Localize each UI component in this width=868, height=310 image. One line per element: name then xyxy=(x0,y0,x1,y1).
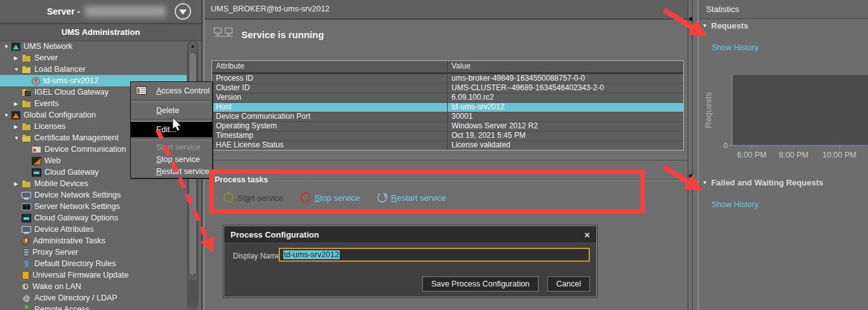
tree-item-wake-on-lan[interactable]: Wake on LAN xyxy=(0,281,187,292)
table-row-hae-license-status[interactable]: HAE License StatusLicense validated xyxy=(212,140,683,150)
tree-item-label: Administrative Tasks xyxy=(33,236,105,245)
tree-item-label: Licenses xyxy=(34,122,65,131)
section-collapse-icon[interactable]: ▼ xyxy=(698,180,711,185)
table-row-cluster-id[interactable]: Cluster IDUMS-CLUSTER--49689-16345464023… xyxy=(212,83,683,93)
tree-item-server[interactable]: ▶Server xyxy=(0,52,187,64)
tree-item-cloud-gateway-options[interactable]: Cloud Gateway Options xyxy=(0,212,187,224)
tree-item-universal-firmware-update[interactable]: Universal Firmware Update xyxy=(0,269,187,281)
start-service-icon xyxy=(224,192,234,203)
table-row-timestamp[interactable]: TimestampOct 19, 2021 5:45 PM xyxy=(212,131,683,140)
icg-icon xyxy=(22,214,31,222)
tree-item-label: UMS Network xyxy=(23,42,72,51)
network-status-icon xyxy=(213,27,234,42)
firmware-icon xyxy=(22,271,29,280)
show-history-link[interactable]: Show History xyxy=(712,43,868,52)
save-process-configuration-button[interactable]: Save Process Configuration xyxy=(422,276,538,292)
close-icon[interactable]: × xyxy=(584,230,590,239)
folder-closed-icon xyxy=(22,101,31,108)
tree-item-label: Global Configuration xyxy=(23,111,96,119)
table-row-host[interactable]: Hosttd-ums-srv2012 xyxy=(212,102,683,112)
scrollbar-up-icon[interactable]: ▲ xyxy=(188,42,197,51)
server-network-icon xyxy=(22,203,31,210)
tree-item-device-network-settings[interactable]: Device Network Settings xyxy=(0,189,187,201)
tree-item-server-network-settings[interactable]: Server Network Settings xyxy=(0,201,187,212)
table-row-process-id[interactable]: Process IDums-broker-49849-1634550088757… xyxy=(212,74,683,83)
ums-administration-title: UMS Administration xyxy=(0,24,201,41)
tree-item-remote-access[interactable]: *Remote Access xyxy=(0,304,187,310)
horizontal-splitter[interactable] xyxy=(204,159,688,161)
column-header-attribute: Attribute xyxy=(212,61,448,72)
rules-icon: § xyxy=(22,260,31,268)
dialog-title-bar: Process Configuration × xyxy=(224,226,596,243)
tree-item-mobile-devices[interactable]: ▶Mobile Devices xyxy=(0,178,187,189)
folder-open-icon xyxy=(22,67,31,74)
menu-separator xyxy=(131,100,212,102)
cancel-button[interactable]: Cancel xyxy=(547,276,590,292)
table-row-device-communication-port[interactable]: Device Communication Port30001 xyxy=(212,112,683,121)
ums-logo-icon xyxy=(11,43,20,51)
tree-item-device-attributes[interactable]: Device Attributes xyxy=(0,224,187,235)
tree-item-label: Load Balancer xyxy=(34,65,86,74)
menu-item-edit[interactable]: Edit... xyxy=(131,122,212,137)
table-row-operating-system[interactable]: Operating SystemWindows Server 2012 R2 xyxy=(212,121,683,131)
panel-divider[interactable] xyxy=(688,0,698,310)
collapse-handle-icon[interactable] xyxy=(688,173,692,179)
column-header-value: Value xyxy=(448,61,683,72)
folder-closed-icon xyxy=(22,181,31,188)
main-panel-title: UMS_BROKER@td-ums-srv2012 xyxy=(204,0,688,20)
menu-item-label: Access Control xyxy=(156,86,210,95)
wol-icon xyxy=(22,283,29,290)
expander-down-icon[interactable]: ▼ xyxy=(14,67,22,72)
attribute-cell: Cluster ID xyxy=(212,84,448,93)
folder-open-icon xyxy=(22,135,31,142)
scrollbar-track-end xyxy=(189,280,197,307)
stats-section-failed-and-waiting-requests: ▼Failed and Waiting RequestsShow History… xyxy=(698,178,868,196)
tree-item-ums-network[interactable]: ▼UMS Network xyxy=(0,41,187,52)
expander-right-icon[interactable]: ▶ xyxy=(14,55,22,61)
stop-service-link[interactable]: Stop service xyxy=(300,192,360,203)
menu-item-label: Restart service xyxy=(156,167,209,176)
restart-service-link[interactable]: Restart service xyxy=(377,192,446,203)
menu-item-stop-service[interactable]: Stop service xyxy=(131,153,212,165)
svg-text:Requests: Requests xyxy=(704,92,713,128)
tree-item-default-directory-rules[interactable]: §Default Directory Rules xyxy=(0,258,187,269)
section-collapse-icon[interactable]: ▼ xyxy=(698,23,711,29)
tree-item-label: Proxy Server xyxy=(32,248,78,257)
access-control-icon xyxy=(136,86,147,95)
expander-down-icon[interactable]: ▼ xyxy=(14,135,22,141)
menu-item-restart-service[interactable]: Restart service xyxy=(131,165,212,177)
service-status: Service is running xyxy=(213,27,324,42)
menu-item-access-control[interactable]: Access Control xyxy=(131,83,212,99)
collapse-handle-icon[interactable] xyxy=(688,17,692,22)
tree-item-active-directory-ldap[interactable]: @Active Directory / LDAP xyxy=(0,292,187,304)
expander-right-icon[interactable]: ▶ xyxy=(14,101,22,107)
tree-item-administrative-tasks[interactable]: Administrative Tasks xyxy=(0,235,187,246)
folder-badge-icon xyxy=(22,90,31,97)
tree-item-label: Events xyxy=(34,99,58,108)
menu-item-delete[interactable]: Delete xyxy=(131,103,212,118)
table-row-version[interactable]: Version6.09.100.rc2 xyxy=(212,93,683,102)
monitor-icon xyxy=(22,192,31,198)
tree-item-label: Default Directory Rules xyxy=(34,259,116,268)
group-border-line xyxy=(272,179,685,180)
statistics-title: Statistics xyxy=(698,0,868,19)
value-cell: Windows Server 2012 R2 xyxy=(448,122,683,131)
tree-item-label: Server xyxy=(34,53,58,62)
expander-right-icon[interactable]: ▶ xyxy=(14,181,22,187)
display-name-input[interactable]: td-ums-srv2012 xyxy=(279,248,590,262)
attribute-cell: Timestamp xyxy=(212,131,448,140)
expander-down-icon[interactable]: ▼ xyxy=(4,44,11,50)
server-dropdown-button[interactable] xyxy=(175,3,191,20)
expander-right-icon[interactable]: ▶ xyxy=(14,124,22,130)
folder-closed-icon xyxy=(22,55,31,62)
start-service-link: Start service xyxy=(224,192,283,203)
server-name-redacted xyxy=(84,6,166,17)
tree-item-label: Server Network Settings xyxy=(34,202,120,211)
show-history-link[interactable]: Show History xyxy=(712,200,868,209)
server-header: Server - xyxy=(0,0,201,24)
expander-down-icon[interactable]: ▼ xyxy=(4,112,11,118)
tree-item-proxy-server[interactable]: Proxy Server xyxy=(0,246,187,258)
menu-separator xyxy=(131,119,212,121)
tree-item-load-balancer[interactable]: ▼Load Balancer xyxy=(0,64,187,75)
tree-item-label: Certificate Management xyxy=(34,133,119,142)
